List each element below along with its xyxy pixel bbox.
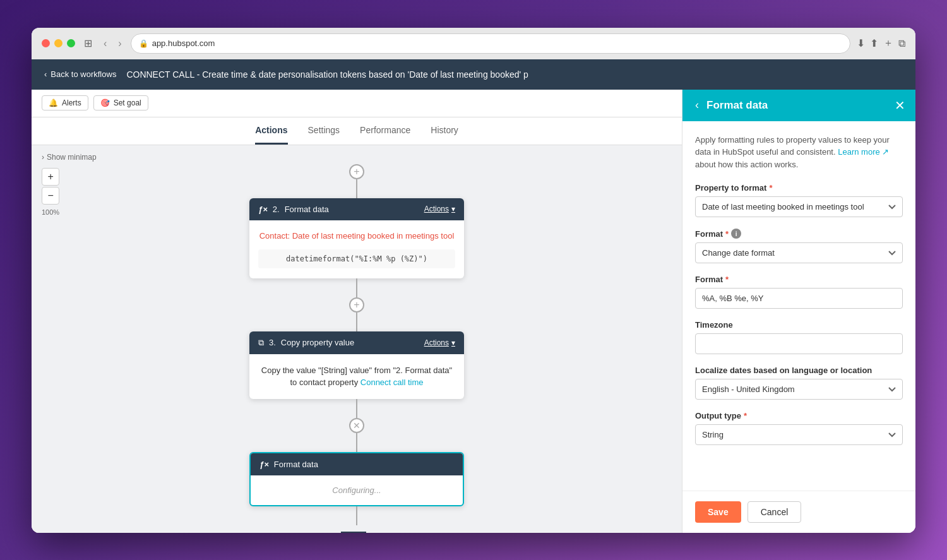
connect-call-time-link[interactable]: Connect call time <box>360 378 424 387</box>
address-bar[interactable]: 🔒 app.hubspot.com <box>131 33 850 54</box>
svg-rect-2 <box>354 532 360 533</box>
forward-nav-button[interactable]: › <box>116 35 124 52</box>
output-required: * <box>744 411 747 420</box>
node-header-2: ⧉ 3. Copy property value Actions ▾ <box>249 331 464 354</box>
connector-line-4 <box>356 399 357 418</box>
panel-footer: Save Cancel <box>682 491 915 533</box>
output-select[interactable]: String <box>695 424 903 445</box>
node-number-2: 3. <box>269 338 276 347</box>
format-required: * <box>725 229 729 239</box>
fx-icon-3: ƒ× <box>259 460 269 469</box>
canvas-area: 🔔 Alerts 🎯 Set goal Actions Settings <box>32 90 682 533</box>
node-actions-button-1[interactable]: Actions ▾ <box>424 205 455 213</box>
output-form-group: Output type * String <box>695 411 903 445</box>
node-format-data-new[interactable]: ƒ× Format data Configuring... <box>249 452 464 506</box>
main-area: 🔔 Alerts 🎯 Set goal Actions Settings <box>32 90 915 533</box>
zoom-level: 100% <box>42 208 59 216</box>
canvas-content: › Show minimap + − 100% + <box>32 145 682 533</box>
node-format-data[interactable]: ƒ× 2. Format data Actions ▾ Contact: Dat… <box>249 198 464 278</box>
back-chevron-icon: ‹ <box>44 69 47 79</box>
node-body-1: Contact: Date of last meeting booked in … <box>249 220 464 278</box>
set-goal-button[interactable]: 🎯 Set goal <box>93 95 148 110</box>
localize-label: Localize dates based on language or loca… <box>695 366 903 375</box>
node-property-text: Contact: Date of last meeting booked in … <box>258 230 455 242</box>
dropdown-icon-1: ▾ <box>451 205 455 213</box>
cancel-button[interactable]: Cancel <box>747 501 802 523</box>
node-copy-property[interactable]: ⧉ 3. Copy property value Actions ▾ Copy … <box>249 331 464 399</box>
url-text: app.hubspot.com <box>152 39 215 48</box>
node-actions-button-2[interactable]: Actions ▾ <box>424 338 455 347</box>
property-required: * <box>769 183 772 193</box>
close-traffic-light[interactable] <box>42 39 50 47</box>
app-bar: ‹ Back to workflows CONNECT CALL - Creat… <box>32 59 915 90</box>
zoom-in-button[interactable]: + <box>42 168 59 186</box>
tab-settings[interactable]: Settings <box>308 117 340 145</box>
back-nav-button[interactable]: ‹ <box>101 35 109 52</box>
add-node-top[interactable]: + <box>349 164 364 179</box>
browser-chrome: ⊞ ‹ › 🔒 app.hubspot.com ⬇ ⬆ ＋ ⧉ <box>32 28 915 59</box>
property-select[interactable]: Date of last meeting booked in meetings … <box>695 196 903 217</box>
property-label: Property to format * <box>695 183 903 193</box>
node-title-2: ⧉ 3. Copy property value <box>258 338 354 348</box>
zoom-out-button[interactable]: − <box>42 187 59 205</box>
tab-performance[interactable]: Performance <box>360 117 410 145</box>
svg-rect-1 <box>347 532 354 533</box>
checkerboard-pattern <box>341 532 372 533</box>
timezone-input[interactable] <box>695 333 903 354</box>
connector-line-3 <box>356 313 357 331</box>
svg-rect-0 <box>341 532 347 533</box>
add-node-middle[interactable]: + <box>349 297 364 313</box>
localize-select[interactable]: English - United Kingdom <box>695 379 903 400</box>
node-title-1: ƒ× 2. Format data <box>258 205 329 214</box>
goal-icon: 🎯 <box>100 98 110 107</box>
panel-back-button[interactable]: ‹ <box>693 96 701 114</box>
format2-form-group: Format * <box>695 275 903 309</box>
panel-body: Apply formatting rules to property value… <box>682 121 915 491</box>
panel-close-button[interactable]: ✕ <box>895 98 905 113</box>
minimize-traffic-light[interactable] <box>54 39 63 47</box>
copy-icon: ⧉ <box>258 338 264 348</box>
node-header-3: ƒ× Format data <box>251 453 463 475</box>
output-label: Output type * <box>695 411 903 420</box>
zoom-controls: + − 100% <box>42 168 59 216</box>
dropdown-icon-2: ▾ <box>451 338 455 347</box>
right-panel: ‹ Format data ✕ Apply formatting rules t… <box>682 90 915 533</box>
back-label: Back to workflows <box>51 69 116 79</box>
page-title: CONNECT CALL - Create time & date person… <box>126 69 915 80</box>
format-form-group: Format * i Change date format <box>695 229 903 263</box>
save-button[interactable]: Save <box>695 501 741 523</box>
minimap-label: Show minimap <box>47 153 97 162</box>
chevron-right-icon: › <box>42 153 44 162</box>
fx-icon-1: ƒ× <box>258 205 268 214</box>
node-name-1: Format data <box>285 205 329 214</box>
copy-text: Copy the value "[String] value" from "2.… <box>261 366 452 388</box>
new-tab-icon[interactable]: ＋ <box>883 37 893 50</box>
tab-actions[interactable]: Actions <box>255 117 287 145</box>
download-icon[interactable]: ⬇ <box>857 37 865 49</box>
minimap-toggle[interactable]: › Show minimap <box>42 153 97 162</box>
localize-form-group: Localize dates based on language or loca… <box>695 366 903 400</box>
add-node-bottom[interactable]: ✕ <box>349 418 364 433</box>
learn-more-link[interactable]: Learn more ↗ <box>838 147 889 157</box>
node-header-1: ƒ× 2. Format data Actions ▾ <box>249 198 464 220</box>
fullscreen-traffic-light[interactable] <box>67 39 75 47</box>
format-select[interactable]: Change date format <box>695 242 903 263</box>
share-icon[interactable]: ⬆ <box>870 37 878 49</box>
property-form-group: Property to format * Date of last meetin… <box>695 183 903 217</box>
connector-line-1 <box>356 179 357 198</box>
format2-input[interactable] <box>695 288 903 309</box>
tabs-icon[interactable]: ⧉ <box>898 38 905 49</box>
node-number-1: 2. <box>273 205 280 214</box>
format2-label: Format * <box>695 275 903 284</box>
back-to-workflows-link[interactable]: ‹ Back to workflows <box>44 69 116 79</box>
alerts-button[interactable]: 🔔 Alerts <box>42 95 88 110</box>
format-info-icon[interactable]: i <box>731 229 741 239</box>
node-copy-body: Copy the value "[String] value" from "2.… <box>249 354 464 399</box>
connector-line-5 <box>356 433 357 452</box>
browser-actions: ⬇ ⬆ ＋ ⧉ <box>857 37 905 50</box>
tab-history[interactable]: History <box>431 117 458 145</box>
timezone-form-group: Timezone <box>695 320 903 354</box>
tabs: Actions Settings Performance History <box>255 117 458 145</box>
sidebar-toggle-button[interactable]: ⊞ <box>81 35 95 52</box>
workflow-toolbar: 🔔 Alerts 🎯 Set goal <box>32 90 682 117</box>
